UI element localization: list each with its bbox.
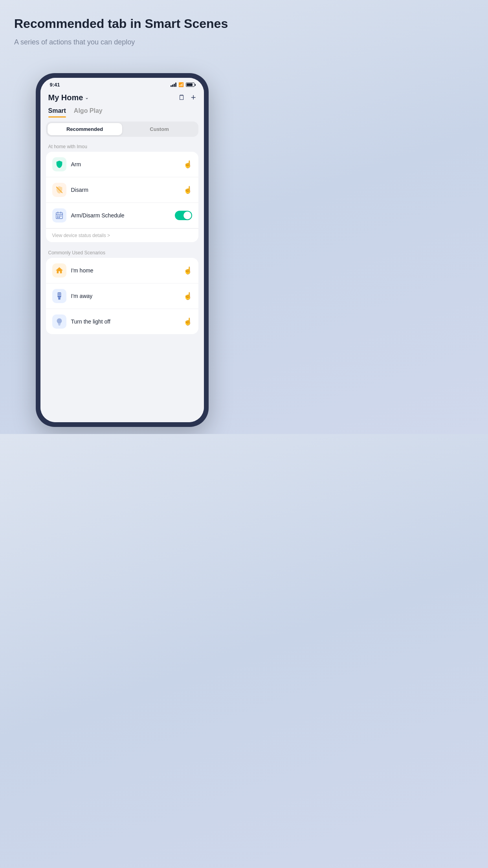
at-home-card: Arm ☝️ Disarm ☝️ xyxy=(46,152,198,242)
svg-rect-19 xyxy=(58,325,60,325)
section-label-commonly-used: Commonly Used Scenarios xyxy=(40,246,204,258)
svg-rect-14 xyxy=(60,294,61,294)
svg-rect-8 xyxy=(57,217,58,218)
wifi-icon: 📶 xyxy=(178,82,184,87)
phone-mockup: 9:41 📶 My Home ⌄ 🗒 xyxy=(36,73,209,427)
schedule-toggle[interactable] xyxy=(175,211,192,220)
list-icon[interactable]: 🗒 xyxy=(178,94,185,102)
page-subtitle: A series of actions that you can deploy xyxy=(14,37,230,47)
svg-rect-5 xyxy=(57,215,58,217)
svg-rect-15 xyxy=(58,295,59,296)
battery-icon xyxy=(186,83,194,87)
list-item-schedule[interactable]: Arm/Disarm Schedule xyxy=(46,203,198,228)
svg-rect-17 xyxy=(60,295,61,296)
phone-screen: 9:41 📶 My Home ⌄ 🗒 xyxy=(40,78,204,422)
svg-rect-9 xyxy=(59,217,60,218)
commonly-used-card: I'm home ☝️ xyxy=(46,258,198,334)
nav-actions: 🗒 + xyxy=(178,92,196,103)
page-title: Recommended tab in Smart Scenes xyxy=(14,16,230,31)
tap-gesture-icon-3: ☝️ xyxy=(183,266,192,275)
list-item-disarm[interactable]: Disarm ☝️ xyxy=(46,177,198,203)
svg-rect-6 xyxy=(59,215,60,217)
disarm-icon xyxy=(52,183,66,197)
nav-bar: My Home ⌄ 🗒 + xyxy=(40,89,204,106)
content-area: Recommended Custom At home with Imou Arm xyxy=(40,118,204,422)
svg-rect-11 xyxy=(58,298,61,300)
home-icon xyxy=(52,263,66,278)
sub-tab-custom[interactable]: Custom xyxy=(122,123,197,135)
tap-gesture-icon-5: ☝️ xyxy=(183,317,192,326)
bulb-icon xyxy=(52,314,66,329)
svg-rect-16 xyxy=(59,295,60,296)
sub-tabs: Recommended Custom xyxy=(46,121,198,137)
schedule-label: Arm/Disarm Schedule xyxy=(71,212,170,219)
im-away-label: I'm away xyxy=(71,293,179,299)
arm-icon xyxy=(52,157,66,171)
list-item-im-home[interactable]: I'm home ☝️ xyxy=(46,258,198,283)
status-icons: 📶 xyxy=(171,82,194,87)
schedule-icon xyxy=(52,208,66,223)
status-time: 9:41 xyxy=(50,82,60,88)
add-icon[interactable]: + xyxy=(191,92,196,103)
main-tabs: Smart Algo Play xyxy=(40,106,204,118)
arm-label: Arm xyxy=(71,161,179,167)
turn-light-off-label: Turn the light off xyxy=(71,318,179,325)
sub-tab-recommended[interactable]: Recommended xyxy=(48,123,122,135)
away-icon xyxy=(52,289,66,303)
status-bar: 9:41 📶 xyxy=(40,78,204,89)
tab-smart[interactable]: Smart xyxy=(48,107,66,118)
svg-rect-18 xyxy=(58,324,60,324)
list-item-im-away[interactable]: I'm away ☝️ xyxy=(46,283,198,309)
disarm-label: Disarm xyxy=(71,187,179,193)
home-title-group[interactable]: My Home ⌄ xyxy=(48,93,89,102)
svg-rect-7 xyxy=(60,215,61,217)
tap-gesture-icon: ☝️ xyxy=(183,160,192,169)
svg-rect-13 xyxy=(59,294,60,294)
im-home-label: I'm home xyxy=(71,267,179,274)
list-item-turn-light-off[interactable]: Turn the light off ☝️ xyxy=(46,309,198,334)
tab-algo-play[interactable]: Algo Play xyxy=(74,107,103,118)
toggle-knob xyxy=(183,211,191,219)
list-item-arm[interactable]: Arm ☝️ xyxy=(46,152,198,177)
tap-gesture-icon-2: ☝️ xyxy=(183,186,192,194)
home-title-text: My Home xyxy=(48,93,83,102)
svg-rect-12 xyxy=(58,294,59,294)
signal-icon xyxy=(171,83,176,87)
chevron-down-icon: ⌄ xyxy=(85,95,89,100)
view-details-link[interactable]: View device status details > xyxy=(46,228,198,242)
tap-gesture-icon-4: ☝️ xyxy=(183,292,192,300)
section-label-at-home: At home with Imou xyxy=(40,140,204,152)
